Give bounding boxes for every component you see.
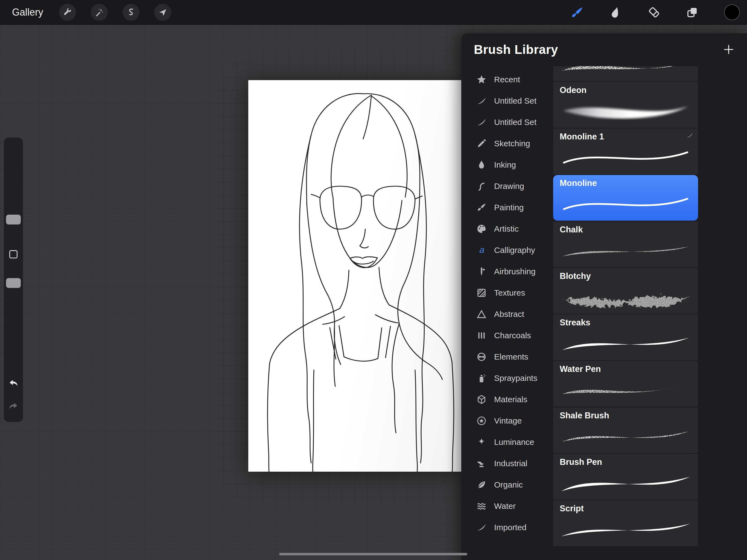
category-inking[interactable]: Inking xyxy=(461,154,553,176)
category-untitled-set[interactable]: Untitled Set xyxy=(461,111,553,133)
brush-script[interactable]: Script xyxy=(553,501,698,546)
brush-stroke-preview xyxy=(557,233,695,265)
category-industrial[interactable]: Industrial xyxy=(461,453,553,474)
category-label: Organic xyxy=(494,480,523,489)
eraser-icon xyxy=(647,6,661,19)
category-label: Calligraphy xyxy=(494,246,535,255)
brush-partial-top[interactable] xyxy=(553,66,698,81)
transform-button[interactable] xyxy=(154,4,171,21)
brush-name: Script xyxy=(560,504,584,513)
brush-name: Chalk xyxy=(560,225,583,235)
brush-stroke-preview xyxy=(557,465,695,498)
brush-category-list: RecentUntitled SetUntitled SetSketchingI… xyxy=(461,69,553,560)
svg-text:a: a xyxy=(479,245,484,255)
category-label: Luminance xyxy=(494,437,534,447)
actions-button[interactable] xyxy=(59,4,76,21)
brush-shale-brush[interactable]: Shale Brush xyxy=(553,407,698,453)
spray-can-icon xyxy=(476,373,487,384)
brush-stroke-preview xyxy=(557,66,695,81)
brush-icon xyxy=(571,6,584,19)
brush-chalk[interactable]: Chalk xyxy=(553,222,698,267)
swoosh-icon xyxy=(476,96,487,106)
erase-button[interactable] xyxy=(647,6,661,19)
brush-streaks[interactable]: Streaks xyxy=(553,314,698,360)
home-indicator[interactable] xyxy=(279,553,467,555)
layers-button[interactable] xyxy=(686,6,699,19)
category-label: Untitled Set xyxy=(494,96,537,105)
left-tool-group xyxy=(59,4,171,21)
plus-icon[interactable] xyxy=(722,43,735,56)
opacity-slider[interactable] xyxy=(6,278,21,288)
redo-icon[interactable] xyxy=(7,401,19,413)
category-luminance[interactable]: Luminance xyxy=(461,432,553,453)
category-organic[interactable]: Organic xyxy=(461,474,553,495)
undo-icon[interactable] xyxy=(7,378,19,390)
category-label: Elements xyxy=(494,352,528,361)
palette-icon xyxy=(476,223,487,234)
smudge-button[interactable] xyxy=(609,6,622,19)
brush-water-pen[interactable]: Water Pen xyxy=(553,361,698,407)
gallery-button[interactable]: Gallery xyxy=(12,6,43,18)
brush-stroke-preview xyxy=(557,373,695,404)
category-label: Recent xyxy=(494,75,520,84)
airbrush-icon xyxy=(476,266,487,277)
category-label: Materials xyxy=(494,395,527,404)
category-label: Untitled Set xyxy=(494,118,537,127)
category-water[interactable]: Water xyxy=(461,495,553,517)
brush-stroke-preview xyxy=(557,186,695,219)
adjustments-button[interactable] xyxy=(91,4,108,21)
category-painting[interactable]: Painting xyxy=(461,197,553,218)
category-label: Vintage xyxy=(494,416,522,426)
category-label: Airbrushing xyxy=(494,267,536,276)
swoosh-icon xyxy=(686,131,694,139)
transform-icon xyxy=(158,8,168,17)
category-materials[interactable]: Materials xyxy=(461,389,553,410)
top-bar: Gallery xyxy=(0,0,747,25)
category-abstract[interactable]: Abstract xyxy=(461,304,553,325)
brush-monoline[interactable]: Monoline xyxy=(553,175,698,221)
artwork-canvas[interactable] xyxy=(248,80,462,472)
paint-button[interactable] xyxy=(571,6,584,19)
category-textures[interactable]: Textures xyxy=(461,282,553,304)
category-recent[interactable]: Recent xyxy=(461,69,553,90)
category-label: Charcoals xyxy=(494,331,531,340)
brush-blotchy[interactable]: Blotchy xyxy=(553,268,698,314)
category-label: Water xyxy=(494,502,516,511)
swoosh-icon xyxy=(476,522,487,533)
category-elements[interactable]: Elements xyxy=(461,346,553,367)
brush-brush-pen[interactable]: Brush Pen xyxy=(553,454,698,500)
category-untitled-set[interactable]: Untitled Set xyxy=(461,90,553,111)
leaf-icon xyxy=(476,479,487,490)
brush-library-panel: Brush Library RecentUntitled SetUntitled… xyxy=(461,33,747,560)
category-calligraphy[interactable]: aCalligraphy xyxy=(461,239,553,261)
category-label: Textures xyxy=(494,288,525,298)
category-artistic[interactable]: Artistic xyxy=(461,218,553,239)
category-spraypaints[interactable]: Spraypaints xyxy=(461,367,553,389)
brush-monoline-1[interactable]: Monoline 1 xyxy=(553,128,698,174)
brush-odeon[interactable]: Odeon xyxy=(553,82,698,128)
selection-button[interactable] xyxy=(123,4,139,21)
line-art-portrait xyxy=(248,80,462,472)
vintage-star-icon xyxy=(476,415,487,426)
texture-icon xyxy=(476,287,487,298)
category-sketching[interactable]: Sketching xyxy=(461,133,553,154)
panel-title: Brush Library xyxy=(474,42,558,57)
cube-icon xyxy=(476,394,487,405)
category-label: Industrial xyxy=(494,459,527,468)
anvil-icon xyxy=(476,458,487,469)
brush-size-slider[interactable] xyxy=(6,215,21,225)
category-vintage[interactable]: Vintage xyxy=(461,410,553,432)
selection-icon xyxy=(126,8,136,17)
category-drawing[interactable]: Drawing xyxy=(461,176,553,197)
brush-name: Water Pen xyxy=(560,364,601,374)
brush-list: OdeonMonoline 1MonolineChalkBlotchyStrea… xyxy=(553,66,698,560)
category-imported[interactable]: Imported xyxy=(461,517,553,538)
modify-button[interactable] xyxy=(9,250,18,258)
color-button[interactable] xyxy=(724,4,740,20)
category-label: Drawing xyxy=(494,182,524,191)
brush-name: Streaks xyxy=(560,318,590,328)
category-charcoals[interactable]: Charcoals xyxy=(461,325,553,346)
brush-name: Brush Pen xyxy=(560,457,602,467)
category-airbrushing[interactable]: Airbrushing xyxy=(461,261,553,282)
sidebar-toolbar xyxy=(4,137,23,422)
